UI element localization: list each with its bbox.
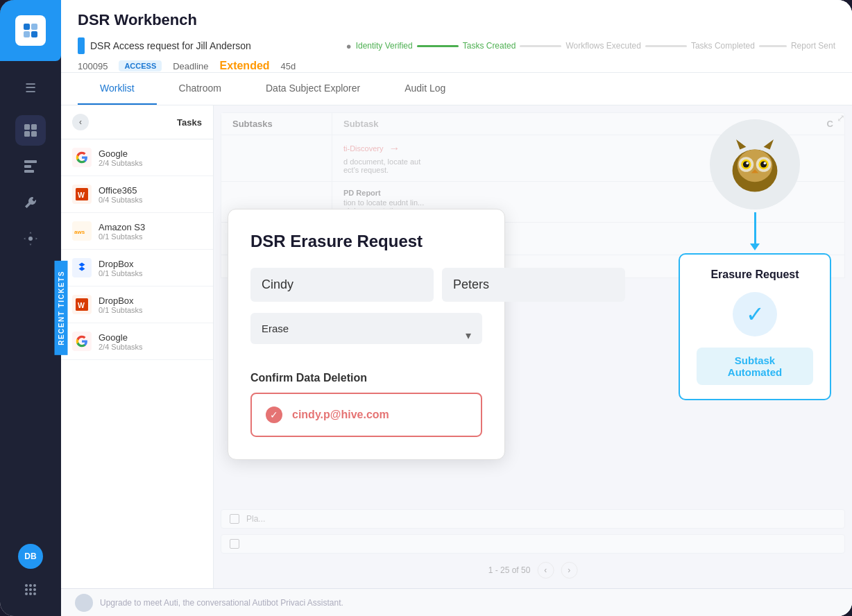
app-logo	[15, 15, 46, 46]
task-item-google-2[interactable]: Google 2/4 Subtasks	[61, 323, 213, 360]
svg-text:W: W	[78, 301, 85, 309]
svg-rect-6	[31, 124, 37, 130]
svg-point-17	[29, 588, 32, 591]
pagination: 1 - 25 of 50 ‹ ›	[488, 562, 578, 579]
task-sub: 0/1 Subtasks	[99, 269, 202, 277]
last-name-input[interactable]	[442, 268, 625, 302]
task-sub: 2/4 Subtasks	[99, 159, 202, 167]
owl-mascot	[710, 119, 800, 209]
content-area: ‹ Tasks Google 2/4 Subtasks W	[61, 105, 852, 588]
task-sub: 2/4 Subtasks	[99, 343, 202, 351]
dropbox-logo-2: W	[72, 295, 92, 314]
page-title: DSR Workbench	[78, 11, 835, 29]
svg-rect-9	[24, 160, 37, 163]
row1-left	[221, 135, 332, 181]
arrow-right-icon: →	[389, 142, 400, 155]
confirm-section-title: Confirm Data Deletion	[250, 372, 482, 384]
recent-tickets-tab[interactable]: RECENT TICKETS	[55, 261, 68, 355]
erasure-card-title: Erasure Request	[697, 268, 813, 281]
modal-title: DSR Erasure Request	[250, 232, 482, 251]
subtask-automated-button[interactable]: Subtask Automated	[697, 348, 813, 385]
check-mark-icon: ✓	[746, 301, 765, 327]
svg-marker-39	[764, 139, 774, 149]
pagination-next[interactable]: ›	[561, 562, 577, 579]
task-item-amazon-s3[interactable]: aws Amazon S3 0/1 Subtasks	[61, 213, 213, 250]
svg-point-34	[760, 162, 767, 168]
table-checkboxes: Pla...	[214, 509, 852, 554]
task-info-google-1: Google 2/4 Subtasks	[99, 148, 202, 167]
tab-data-subject-explorer[interactable]: Data Subject Explorer	[244, 73, 382, 105]
tasks-panel: ‹ Tasks Google 2/4 Subtasks W	[61, 105, 214, 588]
expand-icon[interactable]: ⤢	[837, 112, 845, 123]
task-sub: 0/4 Subtasks	[99, 196, 202, 204]
task-info-office365: Office365 0/4 Subtasks	[99, 185, 202, 204]
main-content: DSR Workbench DSR Access request for Jil…	[61, 0, 852, 616]
task-item-dropbox-1[interactable]: DropBox 0/1 Subtasks	[61, 250, 213, 286]
menu-toggle-icon[interactable]: ☰	[19, 75, 42, 101]
pagination-prev[interactable]: ‹	[537, 562, 554, 579]
svg-point-19	[25, 592, 28, 595]
dropbox-logo-1	[72, 258, 92, 277]
task-info-amazon-s3: Amazon S3 0/1 Subtasks	[99, 222, 202, 241]
svg-rect-5	[24, 124, 30, 130]
sidebar-item-dashboard[interactable]	[15, 151, 46, 182]
subtasks-col-header: Subtasks	[221, 113, 332, 135]
svg-rect-0	[21, 21, 40, 40]
action-select-wrap: Erase	[250, 313, 482, 358]
back-button[interactable]: ‹	[72, 114, 89, 130]
sidebar-item-tools[interactable]	[15, 187, 46, 218]
step-completed: Tasks Completed	[691, 41, 755, 51]
erasure-card: Erasure Request ✓ Subtask Automated	[679, 253, 831, 400]
sidebar-item-home[interactable]	[15, 115, 46, 146]
task-item-google-1[interactable]: Google 2/4 Subtasks	[61, 139, 213, 176]
svg-rect-11	[24, 170, 34, 173]
task-item-dropbox-2[interactable]: W DropBox 0/1 Subtasks	[61, 286, 213, 323]
office365-logo: W	[72, 185, 92, 204]
step-tasks: Tasks Created	[463, 41, 516, 51]
email-confirm-box: ✓ cindy.p@hive.com	[250, 393, 482, 437]
task-name: DropBox	[99, 259, 202, 269]
sidebar: ☰	[0, 0, 61, 616]
tab-worklist[interactable]: Worklist	[78, 73, 157, 105]
tab-audit-log[interactable]: Audit Log	[382, 73, 468, 105]
modal-name-row	[250, 268, 482, 302]
work-area: Subtasks Subtask C ti-Discovery → d docu…	[214, 105, 852, 588]
amazon-s3-logo: aws	[72, 221, 92, 241]
task-info-dropbox-1: DropBox 0/1 Subtasks	[99, 259, 202, 277]
svg-point-35	[746, 162, 749, 164]
svg-marker-38	[736, 139, 746, 149]
sidebar-item-settings[interactable]	[15, 223, 46, 254]
access-badge: ACCESS	[119, 60, 162, 71]
svg-point-36	[764, 162, 767, 164]
svg-point-33	[743, 162, 749, 168]
main-tabs: Worklist Chatroom Data Subject Explorer …	[61, 73, 852, 105]
svg-point-16	[25, 588, 28, 591]
svg-rect-8	[31, 131, 37, 137]
task-sub: 0/1 Subtasks	[99, 306, 202, 314]
deadline-label: Deadline	[173, 61, 208, 71]
google-logo-1	[72, 148, 92, 167]
task-info-dropbox-2: DropBox 0/1 Subtasks	[99, 296, 202, 314]
main-header: DSR Workbench DSR Access request for Jil…	[61, 0, 852, 73]
task-name: Google	[99, 332, 202, 343]
discovery-label: ti-Discovery	[343, 144, 383, 153]
svg-text:aws: aws	[74, 229, 85, 235]
apps-grid-icon[interactable]	[18, 577, 43, 602]
action-select[interactable]: Erase	[250, 313, 482, 344]
task-item-office365[interactable]: W Office365 0/4 Subtasks	[61, 176, 213, 213]
tab-chatroom[interactable]: Chatroom	[157, 73, 244, 105]
user-avatar[interactable]: DB	[18, 544, 43, 569]
first-name-input[interactable]	[250, 268, 434, 302]
row-checkbox-1[interactable]	[230, 514, 239, 524]
svg-rect-4	[31, 31, 37, 37]
deadline-days: 45d	[281, 61, 296, 71]
svg-text:W: W	[78, 191, 85, 199]
tasks-header-label: Tasks	[177, 117, 202, 128]
task-info-google-2: Google 2/4 Subtasks	[99, 332, 202, 351]
svg-rect-1	[24, 24, 30, 30]
pagination-text: 1 - 25 of 50	[488, 565, 531, 575]
task-sub: 0/1 Subtasks	[99, 232, 202, 241]
task-name: Amazon S3	[99, 222, 202, 232]
task-name: Office365	[99, 185, 202, 196]
row-checkbox-2[interactable]	[230, 539, 239, 549]
